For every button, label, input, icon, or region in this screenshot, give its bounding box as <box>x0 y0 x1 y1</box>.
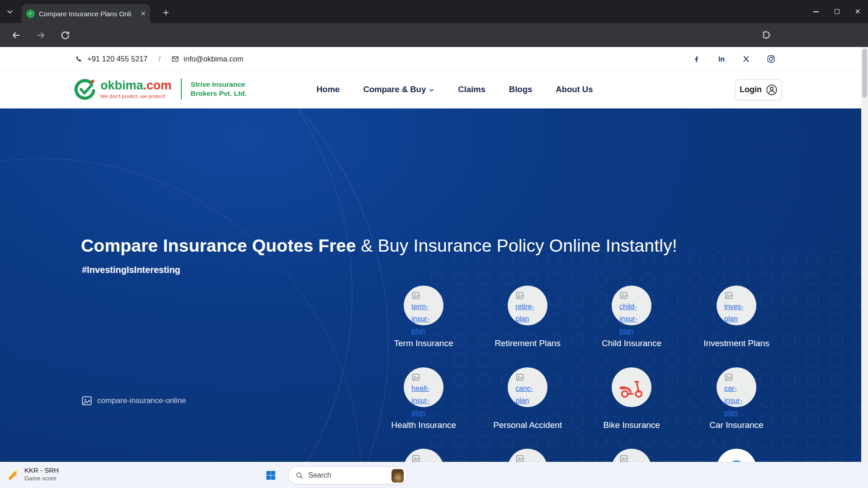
logo-name-red: .com <box>143 79 172 92</box>
page-scrollbar[interactable] <box>861 47 868 462</box>
taskbar-widget[interactable]: KKR - SRH Game score <box>7 466 59 482</box>
category-bike-insurance[interactable]: Bike Insurance <box>589 367 675 407</box>
broken-image-icon <box>515 454 524 462</box>
category-label: Personal Accident <box>485 420 571 430</box>
category-icon-circle: pet-icon <box>612 449 651 462</box>
category-pet-insurance[interactable]: pet-icon Pet Insurance <box>589 449 675 462</box>
category-term-insurance[interactable]: term-insur-plan Term Insurance <box>381 286 467 325</box>
category-child-insurance[interactable]: child-insur-plan Child Insurance <box>589 286 675 325</box>
logo-tagline-1: Strive Insurance <box>191 80 247 89</box>
category-label: Investment Plans <box>693 338 779 348</box>
category-travel-insurance[interactable]: trave-insur-plan Travel Insurance <box>485 449 571 462</box>
screen: ✓ Compare Insurance Plans Onlin × + × de… <box>0 0 868 488</box>
search-icon <box>296 472 303 479</box>
hero-broken-image: compare-insurance-online <box>81 395 186 407</box>
window-maximize-button[interactable] <box>826 0 847 23</box>
contact-info: +91 120 455 5217 / info@okbima.com <box>75 47 243 70</box>
category-icon-circle: canc-plan <box>508 367 547 407</box>
browser-tab[interactable]: ✓ Compare Insurance Plans Onlin × <box>22 4 150 23</box>
broken-image-icon <box>515 291 524 300</box>
reload-button[interactable] <box>60 30 71 41</box>
hero-section: Compare Insurance Quotes Free & Buy Insu… <box>0 108 868 462</box>
category-label: Child Insurance <box>589 338 675 348</box>
tab-close-icon[interactable]: × <box>141 9 146 18</box>
category-icon-circle: term-insur-plan <box>404 286 443 325</box>
widget-line-1: KKR - SRH <box>24 466 59 474</box>
category-personal-accident[interactable]: canc-plan Personal Accident <box>485 367 571 407</box>
tab-favicon-icon: ✓ <box>26 9 35 18</box>
user-icon <box>766 84 778 96</box>
category-car-insurance[interactable]: car-insur-plan Car Insurance <box>693 367 779 407</box>
login-label: Login <box>740 85 762 94</box>
login-button[interactable]: Login <box>735 79 782 100</box>
instagram-icon[interactable] <box>767 55 775 63</box>
sports-widget-icon <box>7 468 20 480</box>
search-placeholder: Search <box>308 471 331 479</box>
category-label: Health Insurance <box>381 420 467 430</box>
contact-divider: / <box>159 55 161 63</box>
browser-tab-strip: ✓ Compare Insurance Plans Onlin × + × <box>0 0 868 23</box>
logo-slogan: We don't predict, we protect! <box>100 94 172 99</box>
hero-image-alt-text: compare-insurance-online <box>97 396 186 405</box>
category-icon-circle: retire-plan <box>508 286 547 325</box>
extensions-icon[interactable] <box>761 30 771 40</box>
x-twitter-icon[interactable] <box>742 55 750 63</box>
start-button[interactable] <box>265 469 277 481</box>
phone-icon <box>75 55 83 63</box>
scrollbar-thumb[interactable] <box>862 49 867 98</box>
site-logo[interactable]: okbima.com We don't predict, we protect!… <box>74 78 247 100</box>
search-highlight-image[interactable] <box>392 469 404 483</box>
logo-tagline-2: Brokers Pvt. Ltd. <box>191 89 247 98</box>
linkedin-icon[interactable] <box>717 55 726 63</box>
category-label: Retirement Plans <box>485 338 571 348</box>
broken-image-icon <box>515 373 524 382</box>
nav-about-us[interactable]: About Us <box>556 84 593 94</box>
category-retirement-plans[interactable]: retire-plan Retirement Plans <box>485 286 571 325</box>
category-icon-circle: comr-insur-plan <box>404 449 443 462</box>
broken-image-icon <box>411 291 420 300</box>
nav-blogs[interactable]: Blogs <box>509 84 532 94</box>
window-close-button[interactable]: × <box>847 0 868 23</box>
chevron-down-icon <box>429 87 434 93</box>
forward-button[interactable] <box>35 30 46 41</box>
tab-search-icon[interactable] <box>6 8 14 15</box>
social-links <box>692 47 775 70</box>
window-minimize-button[interactable] <box>806 0 826 23</box>
nav-claims[interactable]: Claims <box>458 84 486 94</box>
category-label: Term Insurance <box>381 338 467 348</box>
okbima-logo-icon <box>74 78 96 100</box>
category-label: Car Insurance <box>693 420 779 430</box>
hero-title: Compare Insurance Quotes Free & Buy Insu… <box>81 236 677 256</box>
category-health-insurance[interactable]: healt-insur-plan Health Insurance <box>381 367 467 407</box>
broken-image-icon <box>411 454 420 462</box>
email-address[interactable]: info@okbima.com <box>184 55 243 63</box>
taskbar-search[interactable]: Search <box>288 466 407 484</box>
facebook-icon[interactable] <box>692 55 701 63</box>
broken-image-icon <box>81 395 93 407</box>
category-icon-circle: trave-insur-plan <box>508 449 547 462</box>
site-header: okbima.com We don't predict, we protect!… <box>0 70 861 108</box>
hero-hashtag: #InvestingIsInteresting <box>82 265 180 275</box>
site-utility-bar: +91 120 455 5217 / info@okbima.com <box>0 47 861 70</box>
category-more[interactable]: + More <box>693 449 779 462</box>
back-button[interactable] <box>11 30 22 41</box>
email-icon <box>171 55 179 63</box>
nav-home[interactable]: Home <box>316 84 340 94</box>
logo-divider <box>181 79 182 99</box>
phone-number[interactable]: +91 120 455 5217 <box>87 55 148 63</box>
category-label: Bike Insurance <box>589 420 675 430</box>
new-tab-button[interactable]: + <box>159 6 173 20</box>
taskbar: KKR - SRH Game score Search PRE ENG IN <box>0 462 868 488</box>
category-icon-circle: healt-insur-plan <box>404 367 443 407</box>
scooter-icon <box>619 375 644 400</box>
category-icon-circle: + <box>717 449 756 462</box>
nav-compare-and-buy[interactable]: Compare & Buy <box>363 84 434 94</box>
logo-name-green: okbima <box>100 79 143 92</box>
broken-image-icon <box>724 373 733 382</box>
main-nav: Home Compare & Buy Claims Blogs About Us <box>316 70 593 108</box>
category-commercial-policy[interactable]: comr-insur-plan Commercial Policy <box>381 449 467 462</box>
category-icon-circle: car-insur-plan <box>717 367 756 407</box>
category-investment-plans[interactable]: inves-plan Investment Plans <box>693 286 779 325</box>
broken-image-icon <box>411 373 420 382</box>
category-icon-circle: inves-plan <box>717 286 756 325</box>
